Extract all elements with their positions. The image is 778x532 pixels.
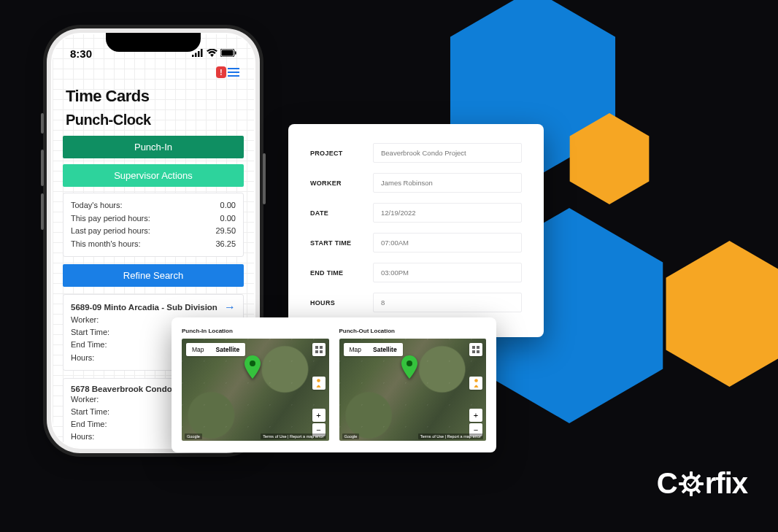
- arrow-right-icon[interactable]: →: [224, 301, 236, 314]
- svg-point-24: [474, 379, 478, 382]
- start-time-field[interactable]: 07:00AM: [373, 233, 522, 252]
- status-icons: [192, 48, 236, 59]
- form-label-worker: WORKER: [310, 180, 363, 187]
- form-label-hours: HOURS: [310, 299, 363, 307]
- streetview-icon[interactable]: [469, 377, 482, 390]
- battery-icon: [220, 48, 236, 59]
- project-field[interactable]: Beaverbrook Condo Project: [373, 143, 522, 163]
- svg-marker-1: [570, 113, 650, 204]
- svg-rect-6: [198, 51, 200, 57]
- svg-rect-14: [315, 346, 318, 349]
- svg-rect-30: [698, 482, 704, 485]
- svg-rect-17: [320, 350, 323, 353]
- summary-label: This pay period hours:: [71, 212, 150, 225]
- entry-label: Hours:: [71, 352, 94, 364]
- svg-point-25: [407, 361, 412, 366]
- phone-side-button: [41, 150, 44, 186]
- status-time: 8:30: [70, 47, 92, 60]
- svg-rect-4: [192, 55, 194, 57]
- map-type-toggle[interactable]: Map Satellite: [186, 343, 245, 356]
- phone-notch: [106, 33, 201, 52]
- summary-value: 0.00: [220, 212, 236, 225]
- map-mode-satellite[interactable]: Satellite: [367, 343, 403, 356]
- phone-side-button: [41, 113, 44, 134]
- map-title-out: Punch-Out Location: [339, 328, 487, 334]
- decor-hex-orange-2: [666, 241, 778, 387]
- phone-side-button: [41, 193, 44, 230]
- timecard-form-card: PROJECT Beaverbrook Condo Project WORKER…: [288, 124, 544, 337]
- summary-label: Last pay period hours:: [71, 225, 150, 238]
- svg-point-18: [317, 379, 320, 382]
- entry-label: Worker:: [71, 314, 99, 326]
- form-label-start: START TIME: [310, 239, 363, 247]
- entry-label: End Time:: [71, 339, 107, 351]
- svg-rect-16: [315, 350, 318, 353]
- page-subtitle: Punch-Clock: [66, 112, 241, 128]
- punch-in-map-column: Punch-In Location Map Satellite + − Goog…: [182, 328, 329, 441]
- svg-marker-3: [666, 241, 778, 387]
- punch-in-map[interactable]: Map Satellite + − Google Terms of Use | …: [182, 339, 329, 441]
- location-maps-card: Punch-In Location Map Satellite + − Goog…: [172, 317, 496, 452]
- map-pin-icon: [244, 355, 261, 382]
- hours-field[interactable]: 8: [373, 293, 522, 312]
- map-attribution: Google: [342, 433, 360, 439]
- map-mode-satellite[interactable]: Satellite: [210, 343, 246, 356]
- entry-title: 5689-09 Minto Arcadia - Sub Division: [71, 303, 217, 312]
- entry-label: Start Time:: [71, 326, 109, 339]
- svg-rect-13: [228, 75, 239, 77]
- date-field[interactable]: 12/19/2022: [373, 203, 522, 223]
- fullscreen-icon[interactable]: [469, 343, 482, 356]
- supervisor-actions-button[interactable]: Supervisor Actions: [63, 164, 244, 187]
- form-label-end: END TIME: [310, 269, 363, 277]
- entry-label: Worker:: [71, 393, 99, 406]
- zoom-in-button[interactable]: +: [469, 409, 482, 422]
- map-attribution: Google: [185, 433, 202, 439]
- logo-text-pre: C: [657, 467, 677, 500]
- svg-rect-9: [222, 50, 234, 55]
- logo-text-post: rfix: [705, 467, 747, 500]
- svg-rect-29: [679, 482, 684, 485]
- decor-hex-orange-1: [569, 113, 650, 204]
- svg-rect-12: [228, 72, 239, 73]
- map-mode-map[interactable]: Map: [344, 343, 368, 356]
- entry-label: Hours:: [71, 431, 94, 443]
- svg-point-19: [250, 361, 255, 366]
- hours-summary-card: Today's hours:0.00 This pay period hours…: [63, 193, 244, 257]
- punch-out-map[interactable]: Map Satellite + − Google Terms of Use | …: [339, 339, 487, 441]
- svg-rect-20: [472, 346, 475, 349]
- refine-search-button[interactable]: Refine Search: [63, 264, 244, 287]
- svg-rect-28: [690, 491, 693, 496]
- form-label-date: DATE: [310, 209, 363, 217]
- entry-label: End Time:: [71, 418, 107, 431]
- svg-rect-11: [228, 68, 239, 69]
- punch-in-button[interactable]: Punch-In: [63, 136, 244, 158]
- summary-value: 0.00: [220, 199, 236, 212]
- worker-field[interactable]: James Robinson: [373, 173, 522, 193]
- svg-rect-15: [320, 346, 323, 349]
- page-title: Time Cards: [66, 87, 241, 106]
- svg-rect-27: [690, 471, 693, 477]
- summary-label: Today's hours:: [71, 199, 123, 212]
- form-label-project: PROJECT: [310, 150, 363, 157]
- phone-side-button: [263, 153, 266, 204]
- map-legal: Terms of Use | Report a map error: [418, 433, 483, 439]
- punch-out-map-column: Punch-Out Location Map Satellite + − Goo…: [339, 328, 487, 441]
- svg-rect-22: [472, 350, 475, 353]
- svg-rect-10: [235, 51, 236, 54]
- entry-label: Start Time:: [71, 406, 109, 418]
- map-type-toggle[interactable]: Map Satellite: [344, 343, 403, 356]
- summary-value: 29.50: [215, 225, 236, 238]
- fullscreen-icon[interactable]: [312, 343, 326, 356]
- map-title-in: Punch-In Location: [182, 328, 329, 334]
- map-pin-icon: [401, 355, 417, 382]
- svg-rect-23: [477, 350, 479, 353]
- svg-rect-21: [477, 346, 479, 349]
- map-mode-map[interactable]: Map: [186, 343, 210, 356]
- brand-logo: C rfix: [657, 467, 747, 500]
- zoom-in-button[interactable]: +: [312, 409, 326, 422]
- streetview-icon[interactable]: [312, 377, 326, 390]
- alert-badge[interactable]: !: [216, 66, 226, 78]
- summary-value: 36.25: [215, 238, 236, 251]
- menu-icon[interactable]: [228, 66, 239, 80]
- end-time-field[interactable]: 03:00PM: [373, 263, 522, 282]
